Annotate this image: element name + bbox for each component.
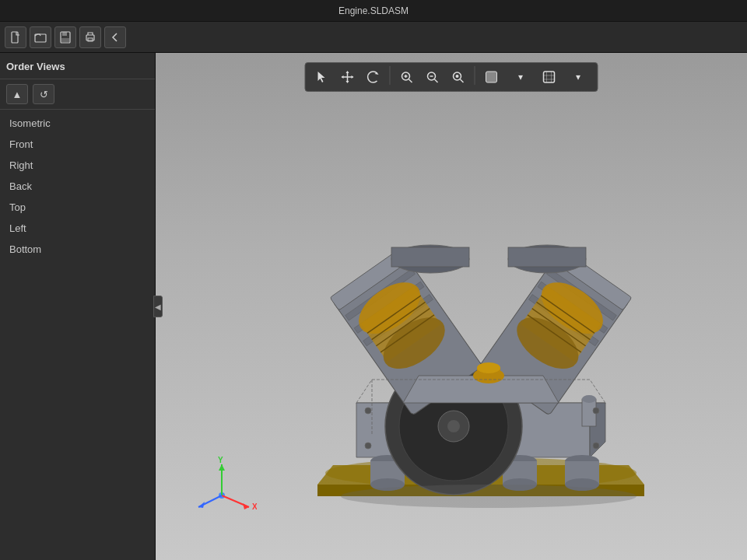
refresh-button[interactable]: ↺ xyxy=(33,84,54,104)
panel-controls: ▲ ↺ xyxy=(0,79,155,110)
engine-model xyxy=(279,138,683,512)
svg-point-81 xyxy=(365,408,371,414)
viewport-toolbar: ▾ ▾ xyxy=(305,62,598,92)
toggle-panel-button[interactable] xyxy=(104,26,126,48)
zoom-out-button[interactable] xyxy=(421,66,444,88)
open-button[interactable] xyxy=(30,26,51,48)
svg-rect-3 xyxy=(62,32,67,36)
svg-marker-10 xyxy=(346,81,349,83)
svg-marker-94 xyxy=(198,502,205,508)
svg-line-15 xyxy=(409,79,412,82)
app-title: Engine.SLDASM xyxy=(338,5,409,16)
svg-text:Y: Y xyxy=(218,457,223,464)
svg-line-22 xyxy=(461,79,464,82)
print-button[interactable] xyxy=(79,26,101,48)
shaded-view-button[interactable] xyxy=(480,66,503,88)
main-toolbar xyxy=(0,22,747,53)
new-button[interactable] xyxy=(5,26,26,48)
zoom-in-button[interactable] xyxy=(395,66,419,88)
svg-line-19 xyxy=(435,79,438,82)
viewport[interactable]: ▾ ▾ xyxy=(156,53,747,560)
svg-marker-9 xyxy=(346,71,349,73)
title-bar: Engine.SLDASM xyxy=(0,0,747,22)
svg-marker-91 xyxy=(219,464,225,471)
view-item-back[interactable]: Back xyxy=(0,176,155,197)
svg-point-82 xyxy=(365,443,371,449)
main-layout: Order Views ▲ ↺ Isometric Front Right Ba… xyxy=(0,53,747,560)
view-list: Isometric Front Right Back Top Left Bott… xyxy=(0,110,155,560)
svg-point-47 xyxy=(447,420,460,432)
pan-tool-button[interactable] xyxy=(336,66,359,88)
view-item-bottom[interactable]: Bottom xyxy=(0,239,155,260)
svg-rect-0 xyxy=(12,32,18,43)
svg-rect-4 xyxy=(61,38,69,42)
svg-point-85 xyxy=(341,485,637,508)
panel-title: Order Views xyxy=(0,53,155,79)
svg-rect-73 xyxy=(391,247,469,267)
svg-point-83 xyxy=(593,408,599,414)
svg-rect-26 xyxy=(544,72,555,82)
wireframe-dropdown-button[interactable]: ▾ xyxy=(563,66,593,88)
rotate-tool-button[interactable] xyxy=(362,66,385,88)
svg-point-84 xyxy=(593,443,599,449)
wireframe-view-button[interactable] xyxy=(538,66,561,88)
svg-point-80 xyxy=(582,395,596,403)
collapse-panel-button[interactable]: ◀ xyxy=(153,296,163,317)
view-item-front[interactable]: Front xyxy=(0,134,155,155)
svg-point-23 xyxy=(456,75,459,78)
svg-rect-75 xyxy=(508,247,586,267)
shaded-dropdown-button[interactable]: ▾ xyxy=(506,66,535,88)
svg-text:X: X xyxy=(252,502,257,511)
view-item-top[interactable]: Top xyxy=(0,197,155,218)
svg-marker-13 xyxy=(375,72,379,75)
left-panel: Order Views ▲ ↺ Isometric Front Right Ba… xyxy=(0,53,156,560)
coordinate-axes: X Y xyxy=(195,457,257,521)
view-item-left[interactable]: Left xyxy=(0,218,155,239)
view-item-right[interactable]: Right xyxy=(0,155,155,176)
svg-rect-24 xyxy=(486,72,497,82)
separator2 xyxy=(475,66,475,85)
fit-to-screen-button[interactable] xyxy=(447,66,470,88)
select-tool-button[interactable] xyxy=(310,66,334,88)
separator xyxy=(390,66,391,85)
svg-marker-11 xyxy=(342,75,344,79)
svg-point-78 xyxy=(477,362,500,373)
svg-marker-12 xyxy=(352,75,354,79)
move-up-button[interactable]: ▲ xyxy=(6,84,28,104)
save-button[interactable] xyxy=(54,26,76,48)
view-item-isometric[interactable]: Isometric xyxy=(0,113,155,134)
